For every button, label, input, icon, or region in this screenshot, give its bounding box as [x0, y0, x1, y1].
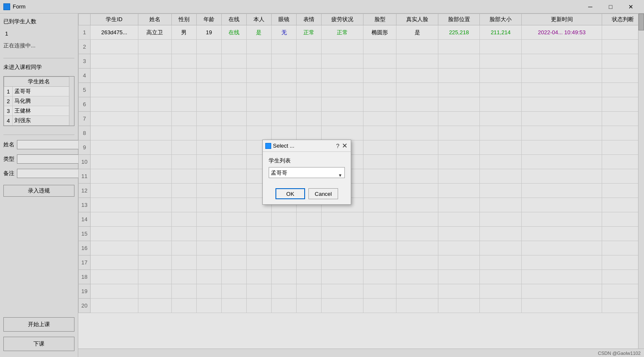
table-row-empty: 9: [79, 140, 644, 155]
table-cell-empty: [196, 270, 221, 284]
table-cell-empty: [363, 284, 396, 299]
table-cell-empty: [246, 270, 271, 284]
student-select[interactable]: 孟哥哥马化腾王健林刘强东: [269, 167, 345, 178]
modal-controls: ? ✕: [335, 142, 348, 150]
table-cell-empty: [221, 270, 246, 284]
table-cell-empty: [91, 169, 138, 184]
table-cell-empty: [438, 255, 479, 270]
modal-ok-button[interactable]: OK: [275, 188, 305, 199]
footer-bar: CSDN @Gaolw1102: [78, 349, 644, 357]
student-list-scrollbar[interactable]: [69, 77, 74, 126]
table-cell-empty: [297, 227, 322, 241]
student-list-item[interactable]: 1孟哥哥: [4, 87, 74, 96]
row-number: 1: [79, 25, 91, 40]
table-cell-empty: [171, 241, 196, 255]
row-number: 3: [79, 54, 91, 69]
table-cell-empty: [363, 212, 396, 227]
table-cell-empty: [91, 83, 138, 97]
type-input[interactable]: [17, 154, 85, 164]
table-cell-empty: [521, 40, 602, 54]
table-cell-empty: [138, 54, 171, 69]
table-cell-empty: [138, 299, 171, 313]
table-cell-empty: [196, 69, 221, 83]
table-cell: 211,214: [480, 25, 521, 40]
table-cell-empty: [396, 155, 438, 169]
table-cell-empty: [396, 270, 438, 284]
table-cell-empty: [221, 198, 246, 212]
table-cell-empty: [297, 97, 322, 112]
table-cell-empty: [246, 97, 271, 112]
table-cell-empty: [521, 184, 602, 198]
table-cell-empty: [196, 97, 221, 112]
row-number: 8: [79, 126, 91, 140]
modal-title-left: Select ...: [265, 143, 294, 149]
table-cell-empty: [196, 184, 221, 198]
table-cell-empty: [396, 83, 438, 97]
table-cell-empty: [322, 299, 363, 313]
table-cell-empty: [480, 140, 521, 155]
close-button[interactable]: ✕: [621, 2, 641, 12]
table-cell-empty: [480, 40, 521, 54]
scroll-thumb[interactable]: [638, 14, 644, 30]
table-row-empty: 7: [79, 112, 644, 126]
maximize-button[interactable]: □: [601, 2, 620, 12]
table-cell-empty: [138, 227, 171, 241]
record-violation-button[interactable]: 录入违规: [3, 185, 74, 197]
table-cell: 是: [396, 25, 438, 40]
table-cell-empty: [521, 255, 602, 270]
student-list-item[interactable]: 3王健林: [4, 106, 74, 116]
col-header-status: 状态判断: [602, 14, 644, 25]
table-cell-empty: [246, 284, 271, 299]
table-row-empty: 15: [79, 227, 644, 241]
table-cell-empty: [297, 40, 322, 54]
table-cell-empty: [246, 126, 271, 140]
table-cell: 正常: [297, 25, 322, 40]
note-input[interactable]: [17, 169, 85, 178]
name-input[interactable]: [17, 140, 85, 149]
table-cell-empty: [521, 126, 602, 140]
table-cell-empty: [171, 126, 196, 140]
table-cell-empty: [221, 184, 246, 198]
table-cell-empty: [271, 69, 296, 83]
table-row-empty: 16: [79, 241, 644, 255]
table-cell-empty: [246, 227, 271, 241]
end-class-button[interactable]: 下课: [3, 337, 74, 351]
table-cell-empty: [602, 112, 644, 126]
table-cell-empty: [221, 241, 246, 255]
table-cell-empty: [297, 126, 322, 140]
table-cell-empty: [396, 54, 438, 69]
student-list-item[interactable]: 4刘强东: [4, 116, 74, 126]
table-cell-empty: [363, 169, 396, 184]
table-cell-empty: [521, 83, 602, 97]
modal-icon: [265, 143, 271, 149]
table-cell-empty: [246, 69, 271, 83]
table-scrollbar[interactable]: [638, 14, 644, 357]
table-cell-empty: [438, 169, 479, 184]
modal-close-button[interactable]: ✕: [341, 142, 348, 150]
modal-help-button[interactable]: ?: [335, 143, 340, 149]
table-cell-empty: [138, 169, 171, 184]
table-cell-empty: [602, 155, 644, 169]
table-cell-empty: [363, 83, 396, 97]
start-class-button[interactable]: 开始上课: [3, 317, 74, 332]
row-number: 6: [79, 97, 91, 112]
col-header-faceshape: 脸型: [363, 14, 396, 25]
modal-cancel-button[interactable]: Cancel: [308, 188, 338, 199]
table-cell-empty: [480, 126, 521, 140]
minimize-button[interactable]: ─: [581, 2, 600, 12]
student-list-item[interactable]: 2马化腾: [4, 96, 74, 106]
table-cell-empty: [91, 155, 138, 169]
table-cell-empty: [363, 198, 396, 212]
table-cell-empty: [271, 40, 296, 54]
col-header-updatetime: 更新时间: [521, 14, 602, 25]
table-cell-empty: [91, 241, 138, 255]
table-cell-empty: [171, 140, 196, 155]
table-row-empty: 17: [79, 255, 644, 270]
table-cell-empty: [396, 140, 438, 155]
table-cell: 高立卫: [138, 25, 171, 40]
table-cell-empty: [438, 112, 479, 126]
table-cell-empty: [602, 83, 644, 97]
modal-title-bar: Select ... ? ✕: [263, 140, 351, 152]
table-cell-empty: [322, 112, 363, 126]
table-cell-empty: [363, 140, 396, 155]
